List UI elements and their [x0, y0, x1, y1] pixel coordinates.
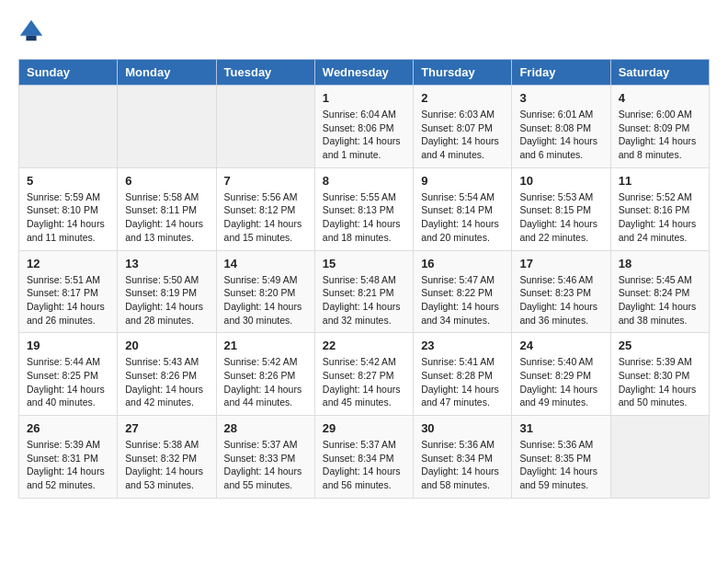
svg-rect-1 [26, 36, 36, 41]
day-number: 29 [323, 421, 405, 435]
day-number: 3 [519, 91, 602, 105]
day-number: 31 [519, 421, 602, 435]
calendar-cell: 4Sunrise: 6:00 AM Sunset: 8:09 PM Daylig… [610, 86, 709, 168]
day-number: 9 [421, 174, 504, 188]
day-info: Sunrise: 5:44 AM Sunset: 8:25 PM Dayligh… [27, 355, 109, 409]
calendar-cell: 21Sunrise: 5:42 AM Sunset: 8:26 PM Dayli… [216, 333, 314, 416]
header-saturday: Saturday [610, 60, 709, 86]
day-info: Sunrise: 5:55 AM Sunset: 8:13 PM Dayligh… [323, 190, 405, 245]
day-number: 4 [619, 91, 701, 105]
day-number: 23 [421, 339, 504, 352]
day-number: 16 [421, 257, 504, 270]
day-info: Sunrise: 6:00 AM Sunset: 8:09 PM Dayligh… [619, 108, 701, 162]
day-number: 8 [323, 174, 405, 188]
day-number: 17 [519, 257, 602, 270]
day-number: 24 [519, 339, 602, 352]
day-number: 7 [224, 174, 307, 188]
day-number: 18 [619, 257, 701, 270]
calendar-cell: 26Sunrise: 5:39 AM Sunset: 8:31 PM Dayli… [19, 416, 118, 499]
calendar-header-row: SundayMondayTuesdayWednesdayThursdayFrid… [19, 60, 710, 86]
day-info: Sunrise: 5:47 AM Sunset: 8:22 PM Dayligh… [421, 273, 504, 327]
day-number: 15 [323, 257, 405, 270]
calendar-cell: 12Sunrise: 5:51 AM Sunset: 8:17 PM Dayli… [19, 250, 118, 333]
calendar-week-row: 19Sunrise: 5:44 AM Sunset: 8:25 PM Dayli… [19, 333, 710, 416]
calendar-cell: 14Sunrise: 5:49 AM Sunset: 8:20 PM Dayli… [216, 250, 314, 333]
calendar-week-row: 1Sunrise: 6:04 AM Sunset: 8:06 PM Daylig… [19, 86, 710, 168]
day-number: 28 [224, 421, 307, 435]
calendar-cell: 23Sunrise: 5:41 AM Sunset: 8:28 PM Dayli… [414, 333, 512, 416]
day-number: 21 [224, 339, 307, 352]
calendar-cell: 18Sunrise: 5:45 AM Sunset: 8:24 PM Dayli… [610, 250, 709, 333]
calendar-cell: 1Sunrise: 6:04 AM Sunset: 8:06 PM Daylig… [314, 86, 413, 168]
calendar-cell: 30Sunrise: 5:36 AM Sunset: 8:34 PM Dayli… [414, 416, 512, 499]
calendar-cell: 15Sunrise: 5:48 AM Sunset: 8:21 PM Dayli… [314, 250, 413, 333]
calendar-cell: 25Sunrise: 5:39 AM Sunset: 8:30 PM Dayli… [610, 333, 709, 416]
calendar-week-row: 5Sunrise: 5:59 AM Sunset: 8:10 PM Daylig… [19, 167, 710, 250]
header-friday: Friday [512, 60, 610, 86]
day-number: 12 [27, 257, 109, 270]
calendar-cell: 27Sunrise: 5:38 AM Sunset: 8:32 PM Dayli… [118, 416, 216, 499]
day-number: 13 [125, 257, 208, 270]
calendar-cell: 13Sunrise: 5:50 AM Sunset: 8:19 PM Dayli… [118, 250, 216, 333]
calendar-cell: 10Sunrise: 5:53 AM Sunset: 8:15 PM Dayli… [512, 167, 610, 250]
day-info: Sunrise: 5:50 AM Sunset: 8:19 PM Dayligh… [125, 273, 208, 327]
day-number: 1 [323, 91, 405, 105]
day-info: Sunrise: 5:37 AM Sunset: 8:33 PM Dayligh… [224, 438, 307, 492]
day-number: 25 [619, 339, 701, 352]
calendar-cell [610, 416, 709, 499]
calendar-cell: 9Sunrise: 5:54 AM Sunset: 8:14 PM Daylig… [414, 167, 512, 250]
calendar-cell: 11Sunrise: 5:52 AM Sunset: 8:16 PM Dayli… [610, 167, 709, 250]
calendar-cell: 24Sunrise: 5:40 AM Sunset: 8:29 PM Dayli… [512, 333, 610, 416]
day-info: Sunrise: 5:39 AM Sunset: 8:30 PM Dayligh… [619, 355, 701, 409]
day-info: Sunrise: 5:37 AM Sunset: 8:34 PM Dayligh… [323, 438, 405, 492]
day-number: 22 [323, 339, 405, 352]
calendar-week-row: 12Sunrise: 5:51 AM Sunset: 8:17 PM Dayli… [19, 250, 710, 333]
calendar-cell [19, 86, 118, 168]
day-info: Sunrise: 5:42 AM Sunset: 8:27 PM Dayligh… [323, 355, 405, 409]
calendar-cell: 29Sunrise: 5:37 AM Sunset: 8:34 PM Dayli… [314, 416, 413, 499]
day-info: Sunrise: 6:03 AM Sunset: 8:07 PM Dayligh… [421, 108, 504, 162]
day-info: Sunrise: 5:49 AM Sunset: 8:20 PM Dayligh… [224, 273, 307, 327]
day-info: Sunrise: 5:42 AM Sunset: 8:26 PM Dayligh… [224, 355, 307, 409]
day-number: 19 [27, 339, 109, 352]
day-info: Sunrise: 5:59 AM Sunset: 8:10 PM Dayligh… [27, 190, 109, 245]
page-header [18, 18, 710, 44]
calendar-cell: 3Sunrise: 6:01 AM Sunset: 8:08 PM Daylig… [512, 86, 610, 168]
day-number: 6 [125, 174, 208, 188]
day-info: Sunrise: 5:38 AM Sunset: 8:32 PM Dayligh… [125, 438, 208, 492]
day-info: Sunrise: 6:04 AM Sunset: 8:06 PM Dayligh… [323, 108, 405, 162]
calendar-cell [118, 86, 216, 168]
header-sunday: Sunday [19, 60, 118, 86]
day-info: Sunrise: 5:56 AM Sunset: 8:12 PM Dayligh… [224, 190, 307, 245]
header-tuesday: Tuesday [216, 60, 314, 86]
logo [18, 18, 48, 44]
calendar-cell: 2Sunrise: 6:03 AM Sunset: 8:07 PM Daylig… [414, 86, 512, 168]
calendar-cell: 17Sunrise: 5:46 AM Sunset: 8:23 PM Dayli… [512, 250, 610, 333]
day-info: Sunrise: 5:36 AM Sunset: 8:34 PM Dayligh… [421, 438, 504, 492]
calendar-cell: 22Sunrise: 5:42 AM Sunset: 8:27 PM Dayli… [314, 333, 413, 416]
day-info: Sunrise: 5:46 AM Sunset: 8:23 PM Dayligh… [519, 273, 602, 327]
day-info: Sunrise: 5:52 AM Sunset: 8:16 PM Dayligh… [619, 190, 701, 245]
calendar-cell: 16Sunrise: 5:47 AM Sunset: 8:22 PM Dayli… [414, 250, 512, 333]
header-wednesday: Wednesday [314, 60, 413, 86]
day-number: 5 [27, 174, 109, 188]
day-info: Sunrise: 6:01 AM Sunset: 8:08 PM Dayligh… [519, 108, 602, 162]
day-number: 10 [519, 174, 602, 188]
calendar-cell: 7Sunrise: 5:56 AM Sunset: 8:12 PM Daylig… [216, 167, 314, 250]
day-info: Sunrise: 5:36 AM Sunset: 8:35 PM Dayligh… [519, 438, 602, 492]
day-number: 2 [421, 91, 504, 105]
header-thursday: Thursday [414, 60, 512, 86]
day-info: Sunrise: 5:48 AM Sunset: 8:21 PM Dayligh… [323, 273, 405, 327]
calendar-cell: 6Sunrise: 5:58 AM Sunset: 8:11 PM Daylig… [118, 167, 216, 250]
day-number: 14 [224, 257, 307, 270]
day-number: 30 [421, 421, 504, 435]
day-info: Sunrise: 5:41 AM Sunset: 8:28 PM Dayligh… [421, 355, 504, 409]
header-monday: Monday [118, 60, 216, 86]
calendar-table: SundayMondayTuesdayWednesdayThursdayFrid… [18, 59, 710, 499]
day-number: 20 [125, 339, 208, 352]
day-number: 26 [27, 421, 109, 435]
calendar-cell [216, 86, 314, 168]
calendar-week-row: 26Sunrise: 5:39 AM Sunset: 8:31 PM Dayli… [19, 416, 710, 499]
calendar-cell: 19Sunrise: 5:44 AM Sunset: 8:25 PM Dayli… [19, 333, 118, 416]
day-info: Sunrise: 5:51 AM Sunset: 8:17 PM Dayligh… [27, 273, 109, 327]
